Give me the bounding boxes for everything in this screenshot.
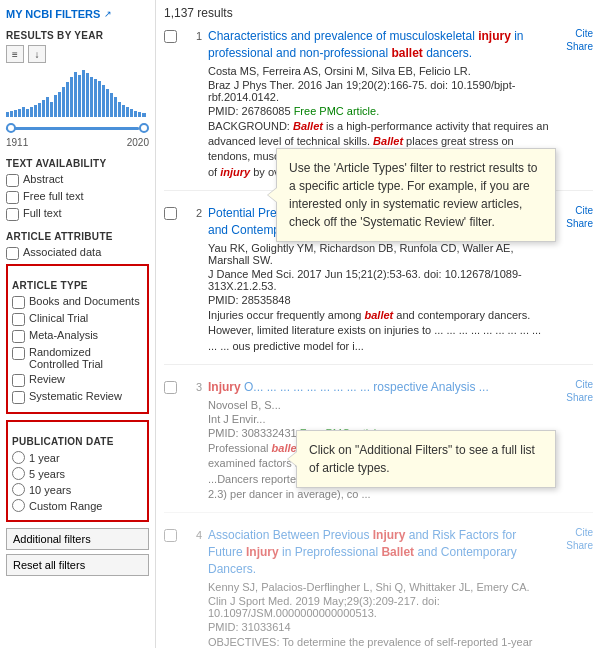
result-4-body: Association Between Previous Injury and … [208, 527, 551, 648]
external-link-icon: ↗ [104, 9, 112, 19]
slider-handle-right[interactable] [139, 123, 149, 133]
download-csv-icon[interactable]: ↓ [28, 45, 46, 63]
books-docs-checkbox[interactable] [12, 296, 25, 309]
checkbox-free-full-text: Free full text [6, 190, 149, 204]
meta-analysis-checkbox[interactable] [12, 330, 25, 343]
my-ncbi-filters-link[interactable]: MY NCBI FILTERS [6, 8, 100, 20]
result-1-title-link[interactable]: Characteristics and prevalence of muscul… [208, 29, 524, 60]
result-1-pmc: Free PMC article. [294, 105, 380, 117]
additional-filters-button[interactable]: Additional filters [6, 528, 149, 550]
abstract-checkbox[interactable] [6, 174, 19, 187]
result-3-title-link[interactable]: Injury O... ... ... ... ... ... ... ... … [208, 380, 489, 394]
result-item-4: 4 Association Between Previous Injury an… [164, 527, 593, 648]
svg-rect-5 [26, 109, 29, 117]
article-attribute-title: ARTICLE ATTRIBUTE [6, 231, 149, 242]
svg-rect-27 [114, 97, 117, 117]
result-4-cite-button[interactable]: Cite [575, 527, 593, 538]
systematic-review-checkbox[interactable] [12, 391, 25, 404]
svg-rect-21 [90, 77, 93, 117]
result-4-abstract: OBJECTIVES: To determine the prevalence … [208, 635, 551, 648]
result-4-title-link[interactable]: Association Between Previous Injury and … [208, 528, 517, 576]
result-3-authors: Novosel B, S... [208, 399, 551, 411]
systematic-review-label: Systematic Review [29, 390, 122, 402]
radio-custom-range: Custom Range [12, 499, 143, 512]
main-content: 1,137 results 1 Characteristics and prev… [156, 0, 601, 648]
highlight-ballet-abstract-3: ballet [365, 309, 394, 321]
highlight-ballet-1: ballet [391, 46, 422, 60]
svg-rect-13 [58, 92, 61, 117]
result-3-checkbox[interactable] [164, 381, 177, 394]
year-chart [6, 67, 146, 117]
svg-rect-29 [122, 105, 125, 117]
radio-1-year: 1 year [12, 451, 143, 464]
custom-range-label: Custom Range [29, 500, 102, 512]
result-2-share-button[interactable]: Share [566, 218, 593, 229]
tooltip-additional-filters: Click on "Additional Filters" to see a f… [296, 430, 556, 488]
publication-date-options: 1 year 5 years 10 years Custom Range [12, 451, 143, 512]
result-4-share-button[interactable]: Share [566, 540, 593, 551]
svg-rect-2 [14, 110, 17, 117]
rct-checkbox[interactable] [12, 347, 25, 360]
highlight-injury-4: Injury [373, 528, 406, 542]
clinical-trial-checkbox[interactable] [12, 313, 25, 326]
1-year-radio[interactable] [12, 451, 25, 464]
text-availability-title: TEXT AVAILABILITY [6, 158, 149, 169]
tooltip-arrow-left-1 [267, 187, 277, 203]
result-1-authors: Costa MS, Ferreira AS, Orsini M, Silva E… [208, 65, 551, 77]
svg-rect-7 [34, 105, 37, 117]
result-2-cite-button[interactable]: Cite [575, 205, 593, 216]
result-4-number: 4 [186, 527, 202, 648]
1-year-label: 1 year [29, 452, 60, 464]
associated-data-checkbox[interactable] [6, 247, 19, 260]
svg-rect-30 [126, 107, 129, 117]
svg-rect-16 [70, 77, 73, 117]
svg-rect-32 [134, 111, 137, 117]
result-1-share-button[interactable]: Share [566, 41, 593, 52]
year-range-slider [6, 121, 149, 135]
year-end-label: 2020 [127, 137, 149, 148]
slider-handle-left[interactable] [6, 123, 16, 133]
reset-all-filters-button[interactable]: Reset all filters [6, 554, 149, 576]
checkbox-books-docs: Books and Documents [12, 295, 143, 309]
free-full-text-label: Free full text [23, 190, 84, 202]
svg-rect-11 [50, 102, 53, 117]
10-years-radio[interactable] [12, 483, 25, 496]
result-3-checkbox-col [164, 379, 180, 502]
highlight-injury-3: Injury [208, 380, 241, 394]
checkbox-rct: Randomized Controlled Trial [12, 346, 143, 370]
highlight-injury-abstract-1: injury [220, 166, 250, 178]
result-2-checkbox[interactable] [164, 207, 177, 220]
svg-rect-9 [42, 100, 45, 117]
result-4-cite-share: Cite Share [557, 527, 593, 648]
checkbox-associated-data: Associated data [6, 246, 149, 260]
custom-range-radio[interactable] [12, 499, 25, 512]
result-1-journal: Braz J Phys Ther. 2016 Jan 19;20(2):166-… [208, 79, 551, 103]
svg-rect-10 [46, 97, 49, 117]
results-by-year-section: RESULTS BY YEAR ≡ ↓ [6, 30, 149, 148]
full-text-checkbox[interactable] [6, 208, 19, 221]
result-3-cite-button[interactable]: Cite [575, 379, 593, 390]
svg-rect-0 [6, 112, 9, 117]
svg-rect-23 [98, 81, 101, 117]
result-2-journal: J Dance Med Sci. 2017 Jun 15;21(2):53-63… [208, 268, 551, 292]
review-checkbox[interactable] [12, 374, 25, 387]
svg-rect-24 [102, 85, 105, 117]
highlight-injury-4b: Injury [246, 545, 279, 559]
highlight-ballet-4: Ballet [381, 545, 414, 559]
download-table-icon[interactable]: ≡ [6, 45, 24, 63]
svg-rect-34 [142, 113, 146, 117]
free-full-text-checkbox[interactable] [6, 191, 19, 204]
text-availability-section: TEXT AVAILABILITY Abstract Free full tex… [6, 158, 149, 221]
result-1-cite-button[interactable]: Cite [575, 28, 593, 39]
article-attribute-section: ARTICLE ATTRIBUTE Associated data [6, 231, 149, 260]
5-years-radio[interactable] [12, 467, 25, 480]
slider-fill [6, 127, 139, 130]
highlight-ballet-abstract-2: Ballet [373, 135, 403, 147]
result-3-share-button[interactable]: Share [566, 392, 593, 403]
publication-date-title: PUBLICATION DATE [12, 436, 143, 447]
result-4-checkbox[interactable] [164, 529, 177, 542]
result-1-checkbox-col [164, 28, 180, 180]
svg-rect-17 [74, 72, 77, 117]
radio-5-years: 5 years [12, 467, 143, 480]
result-1-checkbox[interactable] [164, 30, 177, 43]
